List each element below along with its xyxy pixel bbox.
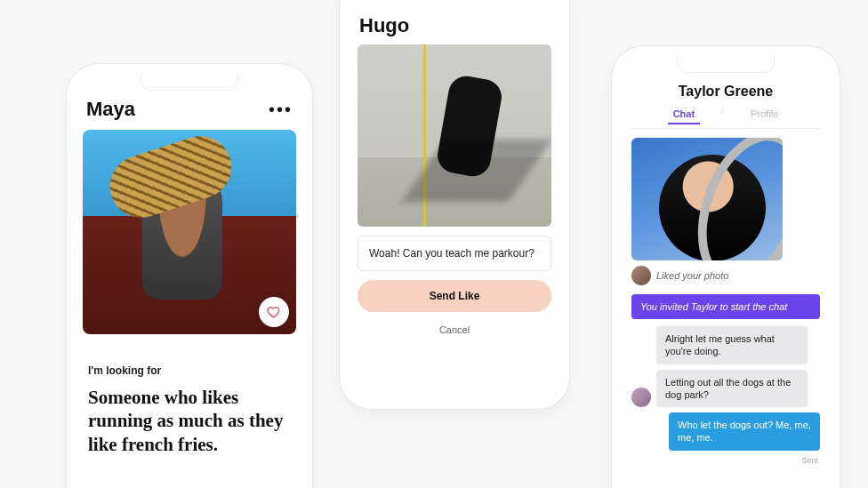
prompt-text: Someone who likes running as much as the… xyxy=(88,386,291,456)
sent-status: Sent xyxy=(621,456,818,465)
prompt-label: I'm looking for xyxy=(88,364,291,377)
cancel-button[interactable]: Cancel xyxy=(349,324,560,335)
phone-notch xyxy=(677,55,775,73)
profile-name: Hugo xyxy=(349,0,560,44)
chat-tabs: Chat / Profile xyxy=(631,105,820,129)
outgoing-message: Who let the dogs out? Me, me, me, me. xyxy=(669,412,820,451)
message-row: Letting out all the dogs at the dog park… xyxy=(631,370,820,408)
phone-maya: Maya ••• I'm looking for Someone who lik… xyxy=(67,64,312,488)
profile-name: Maya xyxy=(86,98,135,121)
more-icon[interactable]: ••• xyxy=(269,100,293,120)
avatar[interactable] xyxy=(631,266,651,285)
send-like-button[interactable]: Send Like xyxy=(358,280,551,312)
profile-photo-card[interactable] xyxy=(358,44,551,227)
message-input[interactable]: Woah! Can you teach me parkour? xyxy=(358,236,551,271)
incoming-message: Letting out all the dogs at the dog park… xyxy=(656,370,808,408)
liked-row: Liked your photo xyxy=(631,266,820,285)
heart-icon xyxy=(267,305,281,319)
tab-divider: / xyxy=(721,105,724,124)
message-row: Alright let me guess what you're doing. xyxy=(631,326,820,364)
liked-photo-block: Liked your photo xyxy=(631,138,820,285)
avatar[interactable] xyxy=(631,388,651,407)
tab-chat[interactable]: Chat xyxy=(668,105,700,124)
incoming-message: Alright let me guess what you're doing. xyxy=(656,326,808,364)
phone-taylor: Taylor Greene Chat / Profile Liked your … xyxy=(612,46,840,488)
tab-profile[interactable]: Profile xyxy=(745,105,784,124)
liked-photo[interactable] xyxy=(631,138,783,260)
profile-photo-card[interactable] xyxy=(83,130,296,334)
phone-notch xyxy=(141,73,238,91)
profile-photo xyxy=(358,44,551,227)
liked-label: Liked your photo xyxy=(656,270,728,281)
phone-hugo: Hugo Woah! Can you teach me parkour? Sen… xyxy=(340,0,569,409)
system-message: You invited Taylor to start the chat xyxy=(631,294,820,319)
like-button[interactable] xyxy=(259,297,289,327)
profile-prompt: I'm looking for Someone who likes runnin… xyxy=(76,334,303,456)
message-row: Who let the dogs out? Me, me, me, me. xyxy=(631,412,820,451)
